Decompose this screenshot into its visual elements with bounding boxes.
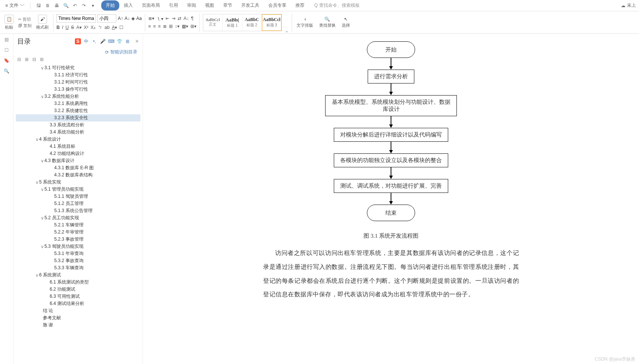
font-color-button[interactable]: A▾ bbox=[76, 25, 82, 30]
print-icon[interactable]: 🖶 bbox=[54, 3, 60, 9]
shading-button[interactable]: ▦▾ bbox=[182, 24, 188, 29]
indent-dec-button[interactable]: ⇤ bbox=[166, 16, 169, 22]
outline-item[interactable]: ∨4 系统设计 bbox=[16, 136, 140, 143]
tab-开始[interactable]: 开始 bbox=[101, 0, 119, 11]
outline-item[interactable]: ∨5.1 管理员功能实现 bbox=[16, 186, 140, 193]
tab-button[interactable]: ⇄ bbox=[178, 16, 181, 22]
outline-item[interactable]: 4.3.1 数据库 E-R 图 bbox=[16, 164, 140, 171]
style-标题 2[interactable]: AaBbC标题 2 bbox=[242, 14, 262, 31]
bullets-button[interactable]: ≣▾ bbox=[148, 16, 154, 22]
strike-button[interactable]: S bbox=[71, 25, 74, 30]
ime-punct-icon[interactable]: •, bbox=[91, 38, 97, 44]
borders-button[interactable]: ⊞▾ bbox=[190, 24, 196, 29]
char-border-button[interactable]: ☐ bbox=[119, 25, 123, 30]
tab-插入[interactable]: 插入 bbox=[119, 0, 137, 11]
ime-lang-label[interactable]: 中 bbox=[83, 38, 89, 44]
tab-页面布局[interactable]: 页面布局 bbox=[137, 0, 164, 11]
style-标题 3[interactable]: AaBbCcl标题 3 bbox=[262, 14, 281, 31]
superscript-button[interactable]: X² bbox=[84, 25, 88, 30]
outline-item[interactable]: 结 论 bbox=[16, 307, 140, 314]
outline-item[interactable]: 5.3.2 事故查询 bbox=[16, 257, 140, 264]
outline-item[interactable]: 4.3.2 数据库表结构 bbox=[16, 171, 140, 179]
font-color2-button[interactable]: A▾ bbox=[112, 25, 117, 30]
tab-审阅[interactable]: 审阅 bbox=[183, 0, 201, 11]
outline-item[interactable]: 5.1.2 员工管理 bbox=[16, 200, 140, 207]
collapse-all-icon[interactable]: ⊟ bbox=[17, 57, 21, 62]
outline-item[interactable]: ∨5 系统实现 bbox=[16, 179, 140, 186]
outline-item[interactable]: ∨6 系统测试 bbox=[16, 271, 140, 279]
tab-会员专享[interactable]: 会员专享 bbox=[264, 0, 291, 11]
font-size-input[interactable] bbox=[97, 14, 116, 23]
outline-item[interactable]: ∨5.2 员工功能实现 bbox=[16, 214, 140, 221]
tab-引用[interactable]: 引用 bbox=[164, 0, 183, 11]
outline-icon[interactable]: ▤ bbox=[5, 37, 9, 42]
outline-item[interactable]: 6.2 功能测试 bbox=[16, 286, 140, 293]
cut-button[interactable]: ✂ 剪切 bbox=[18, 17, 32, 22]
align-center-button[interactable]: ≡ bbox=[153, 24, 156, 29]
outline-item[interactable]: 3.4 系统功能分析 bbox=[16, 129, 140, 136]
distribute-button[interactable]: ⊞ bbox=[169, 24, 173, 29]
outline-item[interactable]: 6.4 测试结果分析 bbox=[16, 300, 140, 307]
outline-item[interactable]: 5.3.1 年审查询 bbox=[16, 250, 140, 257]
style-more-button[interactable]: ⌄ bbox=[285, 28, 289, 33]
mic-icon[interactable]: 🎤 bbox=[100, 38, 106, 44]
twisty-icon[interactable]: ∨ bbox=[40, 215, 44, 221]
clear-format-icon[interactable]: ◈ bbox=[131, 16, 135, 21]
outline-item[interactable]: 5.1.1 驾驶员管理 bbox=[16, 193, 140, 200]
outline-item[interactable]: ∨5.3 驾驶员功能实现 bbox=[16, 243, 140, 250]
align-left-button[interactable]: ≡ bbox=[148, 24, 151, 29]
paste-label[interactable]: 粘贴 bbox=[5, 24, 13, 30]
decrease-font-icon[interactable]: A↓ bbox=[125, 16, 130, 21]
indent-inc-button[interactable]: ⇥ bbox=[172, 16, 175, 22]
twisty-icon[interactable]: ∨ bbox=[40, 65, 44, 71]
outline-item[interactable]: 3.2.2 系统健壮性 bbox=[16, 107, 140, 114]
redo-icon[interactable]: ↷ bbox=[81, 3, 87, 9]
subscript-button[interactable]: X₂ bbox=[91, 25, 96, 30]
outline-item[interactable]: 4.2 功能结构设计 bbox=[16, 150, 140, 157]
undo-icon[interactable]: ↶ bbox=[72, 3, 78, 9]
outline-item[interactable]: 3.2.3 系统安全性 bbox=[16, 114, 140, 121]
phonetic-button[interactable]: ㄅ bbox=[98, 24, 102, 30]
chevron-down-icon[interactable]: ▾ bbox=[90, 3, 96, 9]
select-button[interactable]: ↖ 选择 bbox=[340, 17, 351, 28]
outline-item[interactable]: 3.1.3 操作可行性 bbox=[16, 86, 140, 93]
document-canvas[interactable]: 开始 进行需求分析 基本系统模型、系统模块划分与功能设计、数据库设计 对模块分解… bbox=[143, 34, 639, 364]
line-spacing-button[interactable]: ↕▾ bbox=[175, 24, 180, 29]
clipboard-icon[interactable]: 📋 bbox=[5, 15, 14, 24]
bookmark-icon[interactable]: 🔖 bbox=[4, 58, 9, 63]
outline-item[interactable]: 5.1.3 系统公告管理 bbox=[16, 207, 140, 214]
expand-icon[interactable]: ⊞ bbox=[40, 57, 44, 62]
preview-icon[interactable]: 🔍 bbox=[63, 3, 69, 9]
search-icon[interactable]: 🔍 bbox=[4, 68, 9, 74]
outline-item[interactable]: 3.1.1 经济可行性 bbox=[16, 71, 140, 79]
grid-icon[interactable]: ⊞ bbox=[125, 38, 131, 44]
outline-item[interactable]: 5.2.1 车辆管理 bbox=[16, 221, 140, 229]
outline-item[interactable]: ∨4.3 数据库设计 bbox=[16, 157, 140, 164]
align-right-button[interactable]: ≡ bbox=[158, 24, 161, 29]
highlight-button[interactable]: ab bbox=[105, 25, 110, 30]
twisty-icon[interactable]: ∨ bbox=[40, 244, 44, 249]
font-name-input[interactable] bbox=[56, 14, 96, 23]
outline-item[interactable]: 5.2.2 年审管理 bbox=[16, 229, 140, 236]
outline-item[interactable]: ∨3.1 可行性研究 bbox=[16, 64, 140, 71]
tab-章节[interactable]: 章节 bbox=[219, 0, 237, 11]
twisty-icon[interactable]: ∨ bbox=[40, 158, 44, 164]
text-layout-button[interactable]: ⫞ 文字排版 bbox=[295, 17, 315, 28]
keyboard-icon[interactable]: ⌨ bbox=[108, 38, 114, 44]
format-painter[interactable]: 🖌 格式刷 bbox=[35, 15, 50, 30]
outline-item[interactable]: 致 谢 bbox=[16, 322, 140, 329]
underline-button[interactable]: U bbox=[65, 25, 69, 30]
twisty-icon[interactable]: ∨ bbox=[35, 273, 39, 278]
twisty-icon[interactable]: ∨ bbox=[35, 137, 39, 142]
outline-item[interactable]: 3.3 系统流程分析 bbox=[16, 121, 140, 129]
close-icon[interactable]: ✕ bbox=[135, 39, 139, 44]
tab-视图[interactable]: 视图 bbox=[201, 0, 219, 11]
outline-item[interactable]: 5.2.3 事故管理 bbox=[16, 236, 140, 243]
outline-item[interactable]: 3.1.2 时间可行性 bbox=[16, 79, 140, 86]
change-case-icon[interactable]: Aa bbox=[136, 16, 142, 21]
clothes-icon[interactable]: 👕 bbox=[116, 38, 122, 44]
outline-item[interactable]: ∨3.2 系统性能分析 bbox=[16, 93, 140, 100]
save-icon[interactable]: 🖫 bbox=[36, 3, 42, 9]
save-as-icon[interactable]: 🗎 bbox=[45, 3, 51, 9]
tab-推荐[interactable]: 推荐 bbox=[291, 0, 309, 11]
